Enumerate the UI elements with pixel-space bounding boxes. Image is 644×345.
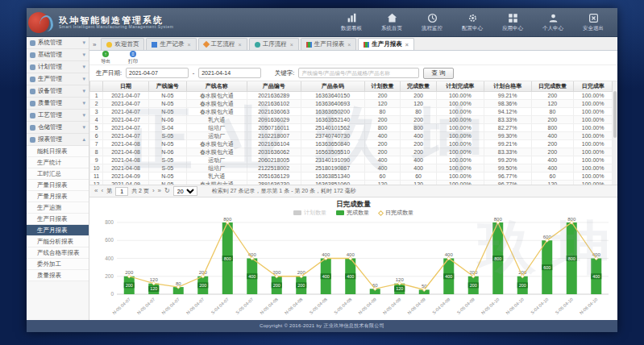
- svg-text:S-04 04-10: S-04 04-10: [530, 297, 549, 315]
- keyword-input[interactable]: [298, 68, 419, 78]
- table-row[interactable]: 42021-04-07N-06乳六通2091636029163635521402…: [90, 115, 613, 123]
- sidebar-item[interactable]: 生产月报表: [27, 225, 89, 236]
- sidebar-collapse-button[interactable]: »: [91, 41, 99, 50]
- tab[interactable]: 生产日报表×: [301, 38, 357, 50]
- table-cell: N-05: [149, 172, 187, 180]
- column-header[interactable]: 计划完成率: [436, 81, 484, 91]
- topnav-stats[interactable]: 数据看板: [334, 11, 369, 34]
- close-icon[interactable]: ×: [347, 42, 351, 48]
- sidebar-item[interactable]: 产量月报表: [27, 191, 89, 202]
- query-button[interactable]: 查 询: [423, 68, 453, 79]
- table-cell: 运动厂: [186, 131, 247, 139]
- table-row[interactable]: 92021-04-08S-05运动厂2060218005231401910904…: [90, 156, 613, 164]
- svg-text:600: 600: [105, 237, 114, 243]
- date-to-input[interactable]: [198, 68, 261, 78]
- topnav-exit[interactable]: 安全退出: [575, 11, 611, 34]
- sidebar-group[interactable]: 系统管理▾: [27, 37, 89, 49]
- next-page-button[interactable]: ›: [152, 188, 155, 194]
- sidebar-item[interactable]: 生产追溯: [27, 202, 89, 214]
- close-icon[interactable]: ×: [187, 42, 190, 48]
- column-header[interactable]: [90, 81, 103, 91]
- refresh-icon[interactable]: ↻: [164, 188, 170, 194]
- table-cell: 2021636289: [247, 91, 301, 99]
- close-icon[interactable]: ×: [290, 42, 293, 48]
- topnav-label: 应用中心: [502, 25, 523, 32]
- first-page-button[interactable]: «: [94, 188, 98, 194]
- sidebar-group[interactable]: 工艺管理▾: [27, 110, 89, 122]
- legend-label: 日完成数量: [385, 209, 413, 217]
- legend-item[interactable]: 完成数量: [336, 209, 369, 217]
- table-row[interactable]: 82021-04-08N-06春水膜包六通2031636062165635055…: [90, 148, 613, 156]
- table-row[interactable]: 62021-04-07S-05运动厂2102218007237407407304…: [90, 131, 613, 139]
- topnav-apps[interactable]: 应用中心: [495, 11, 530, 34]
- table-row[interactable]: 122021-04-09N-05春水膜包六通289163623016363851…: [90, 180, 613, 185]
- sidebar-item[interactable]: 生产统计: [27, 157, 89, 168]
- column-header[interactable]: 计划合格率: [484, 81, 531, 91]
- table-row[interactable]: 22021-04-07N-05春水膜包六通2021636102163636406…: [90, 99, 613, 107]
- folder-icon: [30, 125, 35, 131]
- column-header[interactable]: 产品编号: [247, 81, 301, 91]
- sidebar-item[interactable]: 委外加工: [27, 259, 89, 270]
- sidebar-item[interactable]: 产量日报表: [27, 180, 89, 191]
- table-cell: 春水膜包六通: [186, 99, 247, 107]
- table-row[interactable]: 52021-04-07S-04组培厂2050716011251401015628…: [90, 123, 613, 131]
- table-cell: N-05: [149, 107, 187, 115]
- sidebar-item[interactable]: 产线合格率报表: [27, 247, 89, 259]
- tab[interactable]: 生产月报表×: [358, 38, 414, 50]
- sidebar-item[interactable]: 工时汇总: [27, 168, 89, 180]
- close-icon[interactable]: ×: [239, 42, 242, 48]
- column-header[interactable]: 日期: [103, 81, 149, 91]
- sidebar-item[interactable]: 质量报表: [27, 270, 89, 281]
- table-row[interactable]: 72021-04-08N-05春水膜包六通2021636104163636508…: [90, 139, 613, 148]
- sidebar-group[interactable]: 基础管理▾: [27, 49, 89, 61]
- column-header[interactable]: 产品条码: [301, 81, 364, 91]
- table-row[interactable]: 102021-04-08S-05组培厂212251800225180190867…: [90, 164, 613, 172]
- table-cell: 2021-04-09: [103, 180, 149, 185]
- topnav-clock[interactable]: 流程监控: [414, 11, 450, 34]
- column-header[interactable]: 产线名称: [186, 81, 247, 91]
- table-row[interactable]: 32021-04-07N-05春水膜包六通2021636063163636502…: [90, 107, 613, 115]
- table-scrollbar[interactable]: [613, 81, 617, 185]
- legend-item[interactable]: 日完成数量: [379, 209, 413, 217]
- column-header[interactable]: 日完成率: [574, 81, 613, 91]
- tab[interactable]: 欢迎首页: [101, 38, 144, 50]
- last-page-button[interactable]: »: [158, 188, 161, 194]
- tab[interactable]: 工艺流程×: [198, 38, 247, 50]
- tab[interactable]: 生产记录×: [146, 38, 196, 50]
- tab[interactable]: 工序流程×: [249, 38, 299, 50]
- table-row[interactable]: 112021-04-09N-05乳六通205163612916363851340…: [90, 172, 613, 180]
- column-header[interactable]: 产线编号: [149, 81, 187, 91]
- page-number-input[interactable]: [115, 187, 128, 196]
- sidebar-group[interactable]: 计划管理▾: [27, 61, 89, 73]
- sidebar-item[interactable]: 产能分析报表: [27, 236, 89, 247]
- sidebar-group[interactable]: 质量管理▾: [27, 98, 89, 110]
- table-cell: 2021636102: [247, 99, 301, 107]
- legend-item[interactable]: 计划数量: [293, 209, 326, 217]
- folder-icon: [30, 40, 35, 46]
- column-header[interactable]: 计划数量: [364, 81, 401, 91]
- sidebar-item[interactable]: 能耗日报表: [27, 146, 89, 157]
- topnav-home[interactable]: 系统首页: [374, 11, 409, 34]
- table-row[interactable]: 12021-04-07N-05春水膜包六通2021636289163636401…: [90, 91, 613, 99]
- sidebar-group[interactable]: 设备管理▾: [27, 85, 89, 98]
- logo-icon: [28, 12, 49, 33]
- prev-page-button[interactable]: ‹: [101, 188, 103, 194]
- topnav-label: 系统首页: [381, 25, 402, 32]
- sidebar-group[interactable]: 报表管理▴: [27, 134, 89, 146]
- column-header[interactable]: 完成数量: [401, 81, 437, 91]
- print-button[interactable]: ≡打印: [123, 51, 143, 65]
- date-from-input[interactable]: [126, 68, 189, 78]
- topnav-user[interactable]: 个人中心: [535, 11, 571, 34]
- table-cell: 60: [364, 172, 401, 180]
- table-cell: 2021-04-07: [103, 99, 149, 107]
- export-button[interactable]: ↑导出: [96, 51, 115, 65]
- page-size-select[interactable]: 20: [173, 186, 197, 196]
- sidebar-group[interactable]: 仓储管理▾: [27, 122, 89, 134]
- sidebar-item[interactable]: 生产日报表: [27, 214, 89, 225]
- process-icon: [255, 42, 260, 48]
- table-cell: 11: [90, 172, 103, 180]
- column-header[interactable]: 日完成数量: [531, 81, 574, 91]
- close-icon[interactable]: ×: [405, 42, 409, 48]
- sidebar-group[interactable]: 生产管理▾: [27, 73, 89, 85]
- topnav-gear[interactable]: 配置中心: [455, 11, 490, 34]
